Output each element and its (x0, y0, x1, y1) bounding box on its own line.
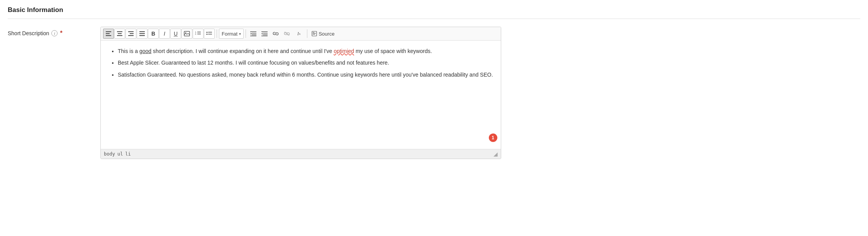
svg-rect-0 (106, 31, 111, 32)
link-button[interactable] (270, 29, 281, 39)
unordered-list-button[interactable] (204, 29, 215, 39)
svg-text:2.: 2. (195, 33, 197, 35)
editor-toolbar: B I U 1. 2. (101, 27, 501, 41)
svg-rect-31 (312, 31, 317, 36)
svg-rect-28 (263, 34, 268, 35)
svg-rect-20 (208, 32, 212, 33)
svg-rect-12 (184, 31, 190, 36)
info-icon[interactable]: i (51, 30, 58, 36)
editor-outer: B I U 1. 2. (100, 27, 501, 159)
toolbar-sep-1 (217, 29, 217, 38)
svg-rect-17 (197, 34, 201, 34)
svg-rect-27 (263, 33, 268, 34)
editor-content-area[interactable]: This is a good short description. I will… (101, 41, 501, 149)
resize-handle[interactable]: ◢ (493, 151, 498, 157)
required-star: * (60, 30, 62, 37)
svg-rect-2 (106, 35, 111, 36)
bullet1-spell: optimied (334, 48, 354, 54)
svg-rect-29 (261, 36, 268, 36)
svg-rect-21 (208, 34, 212, 35)
breadcrumb-path: body ul li (104, 151, 131, 157)
field-label-area: Short Description i * (8, 27, 93, 37)
path-body: body (104, 151, 115, 157)
list-item: Satisfaction Guaranteed. No questions as… (118, 70, 493, 79)
bold-button[interactable]: B (148, 29, 159, 39)
align-right-button[interactable] (125, 29, 136, 39)
list-item: This is a good short description. I will… (118, 47, 493, 55)
status-badge: 1 (489, 133, 497, 142)
indent-decrease-button[interactable] (259, 29, 270, 39)
underline-button[interactable]: U (170, 29, 181, 39)
bullet1-mid: short description. I will continue expan… (151, 48, 334, 54)
page-container: Basic Information Short Description i * (0, 0, 868, 236)
svg-rect-9 (139, 31, 145, 32)
svg-rect-3 (117, 31, 122, 32)
source-button[interactable]: Source (309, 29, 337, 39)
italic-button[interactable]: I (159, 29, 170, 39)
align-left-button[interactable] (103, 29, 114, 39)
path-li: li (125, 151, 131, 157)
svg-rect-23 (252, 33, 256, 34)
svg-rect-10 (139, 33, 145, 34)
bullet1-pre: This is a (118, 48, 139, 54)
bullet1-underline: good (139, 48, 151, 54)
svg-rect-26 (261, 31, 268, 32)
content-list: This is a good short description. I will… (108, 47, 493, 79)
path-ul: ul (117, 151, 123, 157)
field-row: Short Description i * (8, 27, 860, 159)
editor-wrapper: B I U 1. 2. (100, 27, 501, 159)
chevron-down-icon: ▾ (239, 32, 241, 36)
svg-rect-7 (130, 33, 134, 34)
svg-rect-4 (118, 33, 122, 34)
format-dropdown[interactable]: Format ▾ (219, 29, 244, 39)
ordered-list-button[interactable]: 1. 2. (193, 29, 203, 39)
bullet1-post: my use of space with keywords. (354, 48, 432, 54)
svg-rect-5 (117, 35, 122, 36)
svg-rect-8 (128, 35, 134, 36)
svg-point-19 (207, 34, 208, 35)
svg-rect-22 (250, 31, 256, 32)
image-button[interactable] (181, 29, 192, 39)
editor-footer: body ul li ◢ (101, 149, 501, 159)
format-label: Format (222, 31, 237, 37)
svg-rect-32 (313, 32, 314, 32)
svg-rect-34 (313, 34, 315, 34)
svg-rect-16 (197, 32, 201, 32)
toolbar-sep-2 (246, 29, 246, 38)
unlink-button[interactable] (281, 29, 292, 39)
indent-increase-button[interactable] (248, 29, 259, 39)
align-center-button[interactable] (114, 29, 125, 39)
list-item: Best Apple Slicer. Guaranteed to last 12… (118, 58, 493, 67)
justify-button[interactable] (137, 29, 147, 39)
svg-point-18 (207, 32, 208, 33)
section-title: Basic Information (8, 6, 860, 19)
svg-rect-24 (252, 34, 256, 35)
clear-format-button[interactable]: Ix (293, 29, 305, 39)
toolbar-sep-3 (307, 29, 307, 38)
source-label: Source (319, 31, 334, 37)
svg-rect-25 (250, 36, 256, 36)
field-label: Short Description (8, 30, 49, 36)
svg-rect-11 (139, 35, 145, 36)
svg-rect-33 (313, 33, 316, 34)
svg-rect-1 (106, 33, 110, 34)
svg-rect-6 (128, 31, 134, 32)
